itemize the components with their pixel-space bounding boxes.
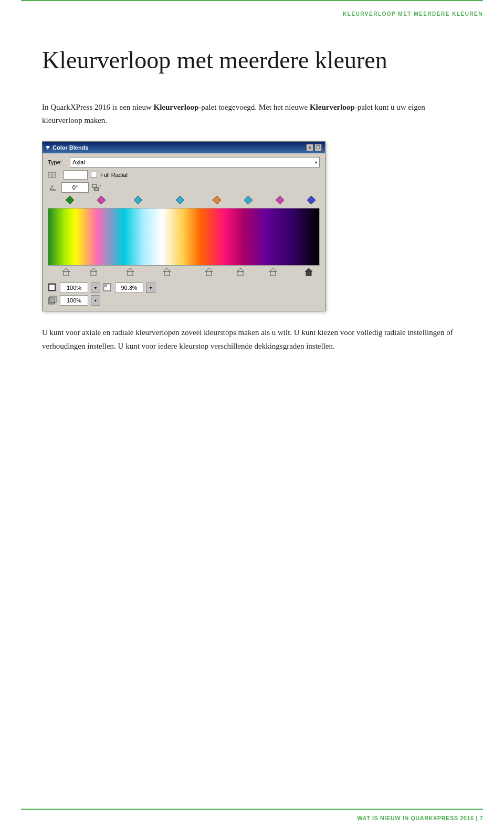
- svg-rect-31: [306, 271, 311, 276]
- svg-rect-5: [92, 184, 97, 187]
- panel-title: Color Blends: [52, 144, 88, 151]
- panel-close-button[interactable]: ✕: [306, 144, 313, 151]
- svg-marker-11: [134, 196, 142, 204]
- svg-rect-21: [128, 271, 133, 276]
- svg-marker-30: [269, 268, 277, 271]
- type-value: Axial: [72, 159, 85, 165]
- opacity-value-1: 100%: [67, 285, 81, 291]
- stack-icon: [48, 296, 57, 305]
- svg-marker-24: [163, 268, 171, 271]
- svg-marker-13: [213, 196, 221, 204]
- type-dropdown-arrow: ▾: [315, 160, 317, 165]
- angle-input[interactable]: 0°: [61, 182, 89, 193]
- svg-marker-15: [276, 196, 284, 204]
- type-dropdown[interactable]: Axial ▾: [70, 157, 320, 168]
- svg-marker-9: [66, 196, 74, 204]
- full-radial-label: Full Radial: [100, 172, 128, 178]
- svg-rect-37: [103, 284, 107, 287]
- opacity-icon: [103, 283, 112, 292]
- svg-rect-29: [270, 271, 276, 276]
- opacity-dropdown-1[interactable]: ▾: [91, 283, 100, 293]
- opacity-value-2: 90.3%: [121, 285, 137, 291]
- type-row: Type: Axial ▾: [48, 157, 320, 168]
- svg-line-4: [50, 185, 53, 190]
- collapse-icon[interactable]: [46, 146, 50, 150]
- body-text: U kunt voor axiale en radiale kleurverlo…: [42, 326, 462, 353]
- svg-marker-18: [62, 268, 70, 271]
- svg-marker-12: [176, 196, 184, 204]
- opacity-value-3: 100%: [67, 297, 81, 304]
- color-blends-panel: Color Blends ✕ ❒ Type: Axial ▾: [42, 141, 326, 311]
- bottom-color-stops: [48, 266, 320, 280]
- full-radial-checkbox[interactable]: [91, 172, 97, 178]
- swap-icon[interactable]: [92, 183, 102, 192]
- svg-rect-17: [64, 271, 69, 276]
- opacity-input-2[interactable]: 90.3%: [115, 283, 143, 293]
- angle-icon: [48, 183, 58, 192]
- top-color-stops: [48, 196, 320, 207]
- opacity-input-1[interactable]: 100%: [60, 283, 88, 293]
- radial-icon: [48, 170, 59, 180]
- opacity-row-2: 100% ▾: [48, 295, 320, 306]
- main-title: Kleurverloop met meerdere kleuren: [42, 47, 462, 75]
- svg-rect-38: [48, 298, 55, 304]
- page-footer-text: WAT IS NIEUW IN QUARKXPRESS 2016 | 7: [357, 815, 483, 821]
- svg-marker-26: [205, 268, 213, 271]
- type-label: Type:: [48, 159, 67, 165]
- gradient-bar: [48, 208, 320, 266]
- svg-rect-34: [49, 285, 55, 290]
- color-swatch[interactable]: [64, 170, 88, 180]
- svg-rect-27: [238, 271, 243, 276]
- svg-rect-6: [94, 187, 99, 191]
- svg-marker-10: [97, 196, 106, 204]
- angle-row: 0°: [48, 182, 320, 193]
- opacity-input-3[interactable]: 100%: [60, 295, 88, 306]
- opacity-row-1: 100% ▾ 90.3% ▾: [48, 283, 320, 293]
- opacity-dropdown-2[interactable]: ▾: [146, 283, 155, 293]
- panel-restore-button[interactable]: ❒: [314, 144, 322, 151]
- intro-paragraph: In QuarkXPress 2016 is een nieuw Kleurve…: [42, 101, 462, 127]
- svg-rect-19: [91, 271, 96, 276]
- svg-marker-28: [237, 268, 244, 271]
- svg-marker-22: [127, 268, 134, 271]
- page-header-text: KLEURVERLOOP MET MEERDERE KLEUREN: [343, 11, 483, 17]
- svg-marker-14: [244, 196, 253, 204]
- svg-rect-25: [206, 271, 212, 276]
- color-fill-icon: [48, 283, 57, 292]
- angle-value: 0°: [72, 184, 78, 191]
- svg-marker-20: [90, 268, 97, 271]
- opacity-dropdown-3[interactable]: ▾: [91, 295, 100, 306]
- radial-row: Full Radial: [48, 170, 320, 180]
- svg-rect-23: [164, 271, 170, 276]
- svg-marker-32: [305, 268, 312, 271]
- svg-marker-16: [307, 196, 316, 204]
- panel-titlebar: Color Blends ✕ ❒: [43, 142, 325, 153]
